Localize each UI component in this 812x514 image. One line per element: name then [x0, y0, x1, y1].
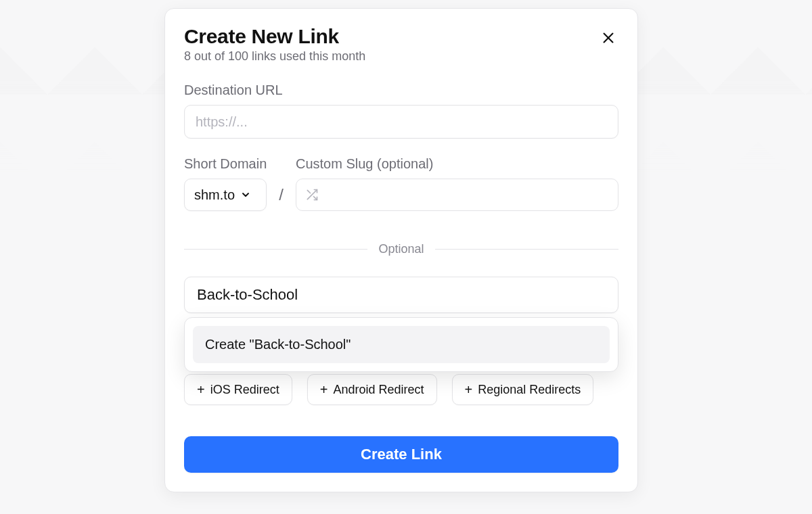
tag-suggestion-dropdown: Create "Back-to-School" — [184, 317, 618, 372]
create-link-button[interactable]: Create Link — [184, 436, 618, 473]
close-button[interactable] — [598, 28, 618, 48]
chip-label-android: Android Redirect — [333, 383, 424, 397]
modal-header: Create New Link 8 out of 100 links used … — [184, 24, 618, 64]
domain-slug-row: Short Domain shm.to / Custom Slug (optio… — [184, 156, 618, 211]
chevron-down-icon — [240, 189, 251, 200]
divider-line-right — [435, 249, 618, 250]
destination-url-label: Destination URL — [184, 83, 618, 98]
modal-title: Create New Link — [184, 25, 365, 48]
usage-subtitle: 8 out of 100 links used this month — [184, 49, 365, 64]
create-tag-suggestion[interactable]: Create "Back-to-School" — [193, 326, 610, 363]
add-ios-redirect-button[interactable]: + iOS Redirect — [184, 374, 292, 405]
create-link-modal: Create New Link 8 out of 100 links used … — [164, 8, 638, 492]
plus-icon: + — [465, 383, 473, 396]
short-domain-value: shm.to — [194, 187, 235, 203]
redirect-chips-row: + iOS Redirect + Android Redirect + Regi… — [184, 374, 618, 405]
short-domain-label: Short Domain — [184, 156, 267, 172]
add-regional-redirects-button[interactable]: + Regional Redirects — [452, 374, 594, 405]
custom-slug-block: Custom Slug (optional) — [296, 156, 618, 211]
path-separator: / — [279, 185, 284, 211]
destination-url-block: Destination URL — [184, 83, 618, 139]
short-domain-block: Short Domain shm.to — [184, 156, 267, 211]
custom-slug-input[interactable] — [296, 179, 618, 211]
optional-divider: Optional — [184, 242, 618, 256]
divider-line-left — [184, 249, 367, 250]
plus-icon: + — [320, 383, 328, 396]
modal-heading: Create New Link 8 out of 100 links used … — [184, 24, 365, 64]
destination-url-input[interactable] — [184, 105, 618, 139]
short-domain-select[interactable]: shm.to — [184, 179, 267, 211]
custom-slug-label: Custom Slug (optional) — [296, 156, 618, 172]
chip-label-ios: iOS Redirect — [210, 383, 279, 397]
plus-icon: + — [197, 383, 205, 396]
tag-search-input[interactable] — [184, 277, 618, 313]
add-android-redirect-button[interactable]: + Android Redirect — [307, 374, 437, 405]
chip-label-regional: Regional Redirects — [478, 383, 581, 397]
close-icon — [601, 30, 616, 45]
tag-search-block: Create "Back-to-School" — [184, 277, 618, 313]
divider-label: Optional — [378, 242, 424, 256]
